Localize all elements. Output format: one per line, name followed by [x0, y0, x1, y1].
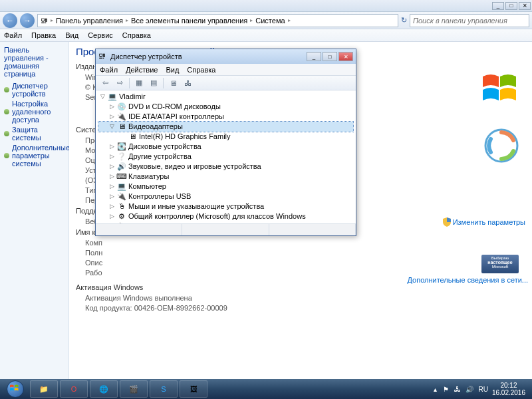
tool-forward-icon[interactable]: ⇨ — [113, 77, 126, 89]
tool-show-hidden-icon[interactable]: ▦ — [132, 77, 146, 89]
menu-edit[interactable]: Правка — [31, 31, 56, 39]
dialog-menu-view[interactable]: Вид — [166, 66, 179, 74]
tree-node-label: Общий контроллер (Microsoft) для классов… — [128, 211, 306, 221]
search-input[interactable] — [410, 14, 529, 27]
start-button[interactable] — [3, 380, 28, 398]
tree-node[interactable]: ▷💿DVD и CD-ROM дисководы — [98, 102, 353, 112]
expand-icon[interactable]: ▷ — [109, 194, 115, 200]
tree-root[interactable]: ▽ 💻 Vladimir — [98, 92, 353, 102]
sidebar-link[interactable]: Дополнительные параметры системы — [4, 144, 65, 168]
dialog-maximize-button[interactable]: □ — [323, 52, 337, 61]
tree-node-label: Мыши и иные указывающие устройства — [128, 201, 264, 211]
task-explorer[interactable]: 📁 — [30, 380, 58, 398]
flag-icon[interactable]: ⚑ — [441, 384, 450, 394]
expand-icon[interactable]: ▷ — [109, 164, 115, 170]
device-icon: 🖥 — [128, 132, 137, 142]
device-icon: ❔ — [117, 152, 126, 162]
task-movie[interactable]: 🎬 — [120, 380, 148, 398]
genuine-badge: Выбираю настоящее Microsoft — [481, 255, 519, 273]
tree-node[interactable]: ▷⌨Клавиатуры — [98, 172, 353, 182]
tree-node[interactable]: ▷🔌IDE ATA/ATAPI контроллеры — [98, 112, 353, 122]
refresh-icon[interactable]: ↻ — [401, 16, 407, 25]
sidebar-link[interactable]: Защита системы — [4, 126, 65, 142]
tree-node[interactable]: ▷💻Компьютер — [98, 182, 353, 192]
dialog-statusbar — [96, 223, 356, 235]
tree-node[interactable]: ▷💽Дисковые устройства — [98, 142, 353, 152]
close-button[interactable]: ✕ — [519, 2, 531, 10]
task-chrome[interactable]: 🌐 — [90, 380, 118, 398]
tree-node-label: Звуковые, видео и игровые устройства — [128, 162, 261, 172]
expand-icon[interactable]: ▽ — [109, 124, 115, 130]
expand-icon[interactable]: ▷ — [109, 114, 115, 120]
expand-icon[interactable]: ▷ — [109, 144, 115, 150]
dialog-menu-action[interactable]: Действие — [126, 66, 158, 74]
tool-update-icon[interactable]: 🖧 — [181, 77, 194, 89]
tree-node[interactable]: ▽🖥Видеоадаптеры — [98, 122, 353, 132]
sidebar-link[interactable]: Диспетчер устройств — [4, 82, 65, 98]
forward-button[interactable]: → — [20, 13, 35, 28]
bullet-icon — [4, 153, 9, 158]
expand-icon[interactable]: ▷ — [109, 184, 115, 190]
dialog-titlebar[interactable]: 🖳 Диспетчер устройств _ □ ✕ — [96, 49, 356, 64]
tree-node[interactable]: 🖥Intel(R) HD Graphics Family — [98, 132, 353, 142]
breadcrumb-item[interactable]: Система — [255, 17, 285, 25]
tree-node[interactable]: ▷🔊Звуковые, видео и игровые устройства — [98, 162, 353, 172]
dialog-close-button[interactable]: ✕ — [338, 52, 353, 61]
tree-node[interactable]: ▷🖱Мыши и иные указывающие устройства — [98, 201, 353, 211]
shield-icon — [443, 217, 451, 227]
back-button[interactable]: ← — [3, 13, 17, 28]
tray-expand-icon[interactable]: ▴ — [434, 386, 437, 393]
dialog-minimize-button[interactable]: _ — [307, 52, 321, 61]
truncated-label: Полн — [85, 249, 525, 257]
device-icon: 💽 — [117, 142, 126, 152]
collapse-icon[interactable]: ▽ — [100, 94, 106, 100]
sidebar: Панель управления - домашняя страница Ди… — [0, 42, 69, 384]
menu-file[interactable]: Файл — [4, 31, 22, 39]
network-icon[interactable]: 🖧 — [453, 384, 462, 394]
device-manager-icon: 🖳 — [98, 52, 108, 61]
tool-scan-icon[interactable]: 🖥 — [166, 77, 180, 89]
dialog-title: Диспетчер устройств — [110, 53, 182, 61]
dialog-menu-file[interactable]: Файл — [100, 66, 118, 74]
expand-icon[interactable]: ▷ — [109, 104, 115, 110]
task-image[interactable]: 🖼 — [180, 380, 207, 398]
chrome-icon: 🌐 — [99, 385, 108, 394]
maximize-button[interactable]: □ — [505, 2, 517, 10]
windows-orb-icon — [7, 380, 24, 398]
expand-icon[interactable]: ▷ — [109, 174, 115, 180]
menu-tools[interactable]: Сервис — [88, 31, 113, 39]
tree-node[interactable]: ▷🔌Контроллеры USB — [98, 192, 353, 201]
tree-node[interactable]: ▷⚙Общий контроллер (Microsoft) для класс… — [98, 211, 353, 221]
language-indicator[interactable]: RU — [478, 386, 487, 393]
breadcrumb-item[interactable]: Все элементы панели управления — [131, 17, 247, 25]
sidebar-home-link[interactable]: Панель управления - домашняя страница — [4, 46, 65, 78]
bullet-icon — [4, 87, 9, 92]
minimize-button[interactable]: _ — [492, 2, 504, 10]
skype-icon: S — [161, 385, 166, 393]
breadcrumb[interactable]: 🖳 ▸ Панель управления ▸ Все элементы пан… — [37, 14, 398, 27]
task-opera[interactable]: O — [60, 380, 88, 398]
clock[interactable]: 20:12 16.02.2016 — [492, 382, 525, 396]
breadcrumb-item[interactable]: Панель управления — [56, 17, 123, 25]
dialog-menu-help[interactable]: Справка — [187, 66, 215, 74]
computer-icon: 💻 — [108, 92, 117, 102]
device-icon: ⚙ — [117, 212, 126, 221]
device-tree[interactable]: ▽ 💻 Vladimir ▷💿DVD и CD-ROM дисководы▷🔌I… — [96, 90, 356, 223]
tree-node-label: Контроллеры USB — [128, 192, 191, 201]
more-info-link[interactable]: Дополнительные сведения в сети... — [408, 276, 529, 284]
expand-icon[interactable]: ▷ — [109, 154, 115, 160]
tool-properties-icon[interactable]: ▤ — [147, 77, 160, 89]
change-settings-link[interactable]: Изменить параметры — [443, 217, 525, 227]
expand-icon[interactable]: ▷ — [109, 213, 115, 219]
expand-icon[interactable]: ▷ — [109, 203, 115, 209]
menu-view[interactable]: Вид — [65, 31, 78, 39]
sidebar-link[interactable]: Настройка удаленного доступа — [4, 100, 65, 124]
truncated-label: Опис — [85, 259, 525, 267]
tool-back-icon[interactable]: ⇦ — [98, 77, 112, 89]
device-icon: 🔌 — [117, 222, 126, 224]
tree-node-label: DVD и CD-ROM дисководы — [128, 102, 221, 112]
volume-icon[interactable]: 🔊 — [465, 384, 474, 394]
task-skype[interactable]: S — [150, 380, 178, 398]
menu-help[interactable]: Справка — [122, 31, 151, 39]
tree-node[interactable]: ▷❔Другие устройства — [98, 152, 353, 162]
